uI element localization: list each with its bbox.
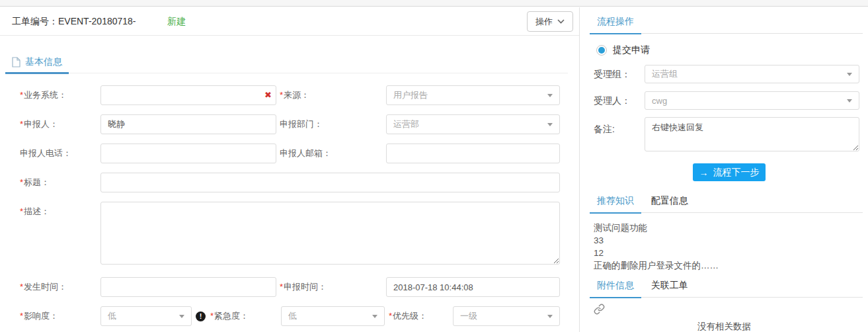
department-select[interactable]: 运营部 <box>386 114 560 134</box>
occur-time-input[interactable] <box>100 277 276 297</box>
radio-selected-icon[interactable] <box>596 45 607 56</box>
caret-down-icon <box>547 123 553 126</box>
source-select[interactable]: 用户报告 <box>386 85 560 105</box>
knowledge-item[interactable]: 正确的删除用户登录文件的…… <box>594 259 719 272</box>
title-fieldwrap <box>100 173 560 192</box>
phone-label: 申报人电话： <box>20 144 71 163</box>
occur-time-fieldwrap <box>100 277 276 297</box>
urgency-select-value: 低 <box>288 310 297 322</box>
required-mark: * <box>20 206 23 216</box>
required-mark: * <box>210 311 214 321</box>
email-fieldwrap <box>386 144 560 163</box>
knowledge-list: 测试问题功能 33 12 正确的删除用户登录文件的…… <box>594 222 719 272</box>
title-label: *标题： <box>20 173 50 192</box>
reporter-input[interactable] <box>100 114 276 134</box>
tab-recommended-knowledge[interactable]: 推荐知识 <box>590 195 641 214</box>
clear-icon[interactable]: ✖ <box>264 90 272 101</box>
email-label: 申报人邮箱： <box>280 144 331 163</box>
caret-down-icon <box>179 315 184 318</box>
process-tab-row: 流程操作 <box>590 16 863 34</box>
accept-group-select[interactable]: 运营组 <box>645 65 859 83</box>
title-input[interactable] <box>100 173 560 192</box>
phone-input[interactable] <box>100 144 276 163</box>
source-select-value: 用户报告 <box>393 89 428 101</box>
accept-person-select[interactable]: cwg <box>645 91 859 110</box>
required-mark: * <box>20 311 23 321</box>
required-mark: * <box>280 282 283 292</box>
knowledge-tab-row: 推荐知识 配置信息 <box>590 195 863 213</box>
required-mark: * <box>20 90 23 100</box>
caret-down-icon <box>847 73 852 76</box>
reporter-label: *申报人： <box>20 114 58 134</box>
impact-label: *影响度： <box>20 306 58 326</box>
remark-textarea[interactable]: 右键快速回复 <box>645 117 859 151</box>
knowledge-item[interactable]: 33 <box>594 234 719 247</box>
department-select-value: 运营部 <box>393 118 419 130</box>
process-next-step-button[interactable]: → 流程下一步 <box>693 163 766 181</box>
caret-down-icon <box>547 315 553 318</box>
priority-select[interactable]: 一级 <box>453 306 560 326</box>
description-fieldwrap <box>100 202 560 265</box>
business-system-label: *业务系统： <box>20 85 67 105</box>
accept-group-label: 受理组： <box>594 65 631 83</box>
required-mark: * <box>20 177 23 187</box>
urgency-select[interactable]: 低 <box>281 306 385 326</box>
report-time-input[interactable] <box>386 277 560 297</box>
impact-select[interactable]: 低 <box>100 306 192 326</box>
info-icon[interactable]: ! <box>196 311 206 321</box>
accept-person-label: 受理人： <box>594 91 631 110</box>
business-system-fieldwrap: ✖ <box>100 85 276 105</box>
priority-label: *优先级： <box>389 306 427 326</box>
required-mark: * <box>20 282 23 292</box>
arrow-right-icon: → <box>699 167 709 178</box>
caret-down-icon <box>372 315 377 318</box>
tab-related-tickets[interactable]: 关联工单 <box>644 280 695 297</box>
top-strip <box>0 0 868 7</box>
business-system-input[interactable] <box>100 85 276 105</box>
report-time-label: *申报时间： <box>280 277 327 297</box>
priority-select-value: 一级 <box>460 310 477 322</box>
department-label: 申报部门： <box>280 114 323 134</box>
accept-person-value: cwg <box>652 96 667 106</box>
no-data-message: 没有相关数据 <box>580 321 868 332</box>
accept-group-value: 运营组 <box>652 68 678 80</box>
caret-down-icon <box>847 99 852 103</box>
description-textarea[interactable] <box>100 202 560 265</box>
ticket-form-panel: 工单编号：EVENT-20180718- 新建 操作 基本信息 *业务系统： ✖… <box>0 7 580 332</box>
source-label: *来源： <box>280 85 309 105</box>
occur-time-label: *发生时间： <box>20 277 67 297</box>
remark-label: 备注: <box>594 120 615 138</box>
reporter-fieldwrap <box>100 114 276 134</box>
attachment-tab-row: 附件信息 关联工单 <box>590 280 863 298</box>
basic-info-form: *业务系统： ✖ *来源： 用户报告 *申报人： 申报部门： 运营部 申报人电话… <box>0 7 579 332</box>
email-input[interactable] <box>386 144 560 163</box>
knowledge-item[interactable]: 测试问题功能 <box>594 222 719 234</box>
link-icon[interactable] <box>594 304 605 317</box>
radio-dot <box>598 47 605 54</box>
next-step-label: 流程下一步 <box>713 167 760 179</box>
required-mark: * <box>20 119 23 129</box>
submit-request-label: 提交申请 <box>613 44 650 56</box>
urgency-label: *紧急度： <box>210 306 249 326</box>
report-time-fieldwrap <box>386 277 560 297</box>
tab-config-info[interactable]: 配置信息 <box>644 195 695 212</box>
tab-attachment-info[interactable]: 附件信息 <box>590 280 641 298</box>
required-mark: * <box>389 311 392 321</box>
description-label: *描述： <box>20 202 50 222</box>
process-panel: 流程操作 提交申请 受理组： 运营组 受理人： cwg 备注: 右键快速回复 →… <box>580 7 868 332</box>
tab-process-actions[interactable]: 流程操作 <box>590 16 641 34</box>
required-mark: * <box>280 90 283 100</box>
knowledge-item[interactable]: 12 <box>594 247 719 259</box>
submit-request-radio-row[interactable]: 提交申请 <box>596 44 650 56</box>
impact-select-value: 低 <box>108 310 116 322</box>
phone-fieldwrap <box>100 144 276 163</box>
caret-down-icon <box>547 94 553 97</box>
